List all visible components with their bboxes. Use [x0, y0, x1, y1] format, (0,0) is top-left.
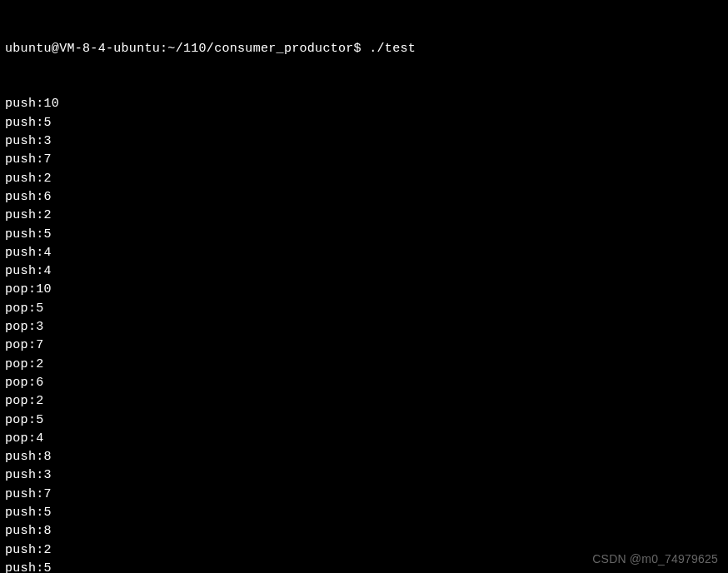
output-line: push:6 — [5, 188, 723, 207]
prompt-symbol: $ — [354, 42, 362, 56]
output-line: pop:2 — [5, 392, 723, 411]
output-line: push:5 — [5, 114, 723, 132]
output-line: pop:6 — [5, 374, 723, 392]
output-line: pop:2 — [5, 356, 723, 374]
output-container: push:10push:5push:3push:7push:2push:6pus… — [5, 95, 723, 573]
output-line: pop:5 — [5, 300, 723, 318]
prompt-line[interactable]: ubuntu@VM-8-4-ubuntu:~/110/consumer_prod… — [5, 40, 723, 58]
output-line: pop:7 — [5, 336, 723, 355]
output-line: pop:4 — [5, 430, 723, 448]
output-line: push:2 — [5, 207, 723, 225]
output-line: pop:3 — [5, 318, 723, 336]
terminal-output: ubuntu@VM-8-4-ubuntu:~/110/consumer_prod… — [5, 2, 723, 573]
output-line: pop:10 — [5, 281, 723, 299]
prompt-host: VM-8-4-ubuntu — [59, 42, 160, 56]
output-line: push:5 — [5, 504, 723, 522]
output-line: push:10 — [5, 95, 723, 113]
output-line: push:8 — [5, 448, 723, 466]
output-line: push:8 — [5, 522, 723, 541]
watermark-text: CSDN @m0_74979625 — [592, 550, 718, 568]
command-input: ./test — [369, 42, 416, 56]
output-line: push:7 — [5, 486, 723, 504]
output-line: push:3 — [5, 466, 723, 485]
output-line: push:3 — [5, 132, 723, 151]
output-line: push:4 — [5, 244, 723, 262]
output-line: push:2 — [5, 170, 723, 188]
output-line: push:5 — [5, 226, 723, 244]
output-line: push:4 — [5, 262, 723, 281]
output-line: push:7 — [5, 151, 723, 169]
prompt-user: ubuntu — [5, 42, 52, 56]
output-line: pop:5 — [5, 411, 723, 430]
prompt-path: ~/110/consumer_productor — [167, 42, 353, 56]
